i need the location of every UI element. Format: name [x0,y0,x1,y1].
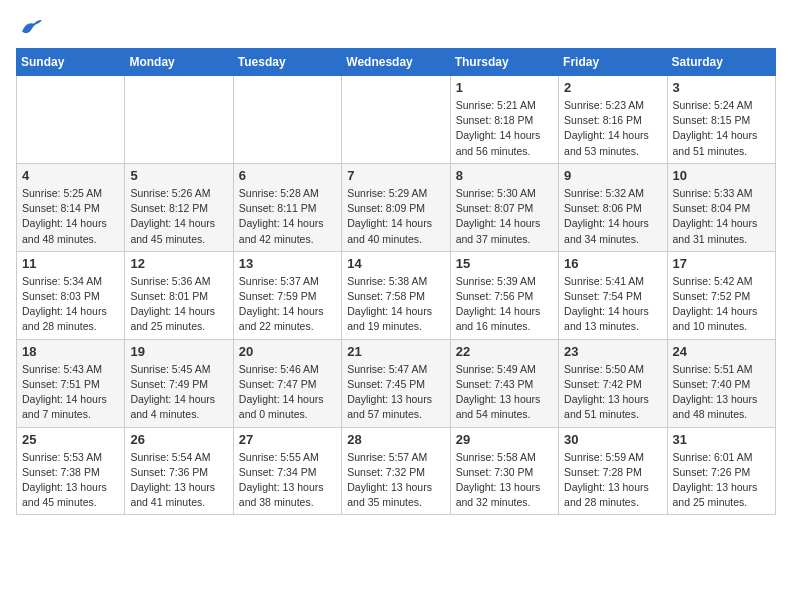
calendar-cell: 19Sunrise: 5:45 AM Sunset: 7:49 PM Dayli… [125,339,233,427]
cell-info-text: Sunrise: 5:30 AM Sunset: 8:07 PM Dayligh… [456,186,553,247]
weekday-header-wednesday: Wednesday [342,49,450,76]
cell-date-number: 16 [564,256,661,271]
weekday-header-sunday: Sunday [17,49,125,76]
calendar-cell: 7Sunrise: 5:29 AM Sunset: 8:09 PM Daylig… [342,163,450,251]
cell-date-number: 4 [22,168,119,183]
calendar-cell: 27Sunrise: 5:55 AM Sunset: 7:34 PM Dayli… [233,427,341,515]
cell-info-text: Sunrise: 5:59 AM Sunset: 7:28 PM Dayligh… [564,450,661,511]
calendar-cell: 15Sunrise: 5:39 AM Sunset: 7:56 PM Dayli… [450,251,558,339]
cell-info-text: Sunrise: 5:37 AM Sunset: 7:59 PM Dayligh… [239,274,336,335]
calendar-cell: 13Sunrise: 5:37 AM Sunset: 7:59 PM Dayli… [233,251,341,339]
cell-info-text: Sunrise: 5:23 AM Sunset: 8:16 PM Dayligh… [564,98,661,159]
cell-info-text: Sunrise: 5:49 AM Sunset: 7:43 PM Dayligh… [456,362,553,423]
cell-info-text: Sunrise: 5:41 AM Sunset: 7:54 PM Dayligh… [564,274,661,335]
cell-info-text: Sunrise: 5:32 AM Sunset: 8:06 PM Dayligh… [564,186,661,247]
cell-info-text: Sunrise: 5:53 AM Sunset: 7:38 PM Dayligh… [22,450,119,511]
calendar-cell [17,76,125,164]
cell-date-number: 26 [130,432,227,447]
calendar-cell: 1Sunrise: 5:21 AM Sunset: 8:18 PM Daylig… [450,76,558,164]
calendar-cell: 22Sunrise: 5:49 AM Sunset: 7:43 PM Dayli… [450,339,558,427]
cell-info-text: Sunrise: 5:58 AM Sunset: 7:30 PM Dayligh… [456,450,553,511]
calendar-cell: 18Sunrise: 5:43 AM Sunset: 7:51 PM Dayli… [17,339,125,427]
cell-date-number: 9 [564,168,661,183]
calendar-cell [342,76,450,164]
weekday-header-monday: Monday [125,49,233,76]
cell-date-number: 22 [456,344,553,359]
cell-info-text: Sunrise: 5:43 AM Sunset: 7:51 PM Dayligh… [22,362,119,423]
cell-date-number: 31 [673,432,770,447]
calendar-cell: 23Sunrise: 5:50 AM Sunset: 7:42 PM Dayli… [559,339,667,427]
cell-date-number: 8 [456,168,553,183]
calendar-cell: 26Sunrise: 5:54 AM Sunset: 7:36 PM Dayli… [125,427,233,515]
cell-info-text: Sunrise: 5:47 AM Sunset: 7:45 PM Dayligh… [347,362,444,423]
cell-info-text: Sunrise: 5:54 AM Sunset: 7:36 PM Dayligh… [130,450,227,511]
cell-date-number: 17 [673,256,770,271]
cell-info-text: Sunrise: 5:26 AM Sunset: 8:12 PM Dayligh… [130,186,227,247]
cell-info-text: Sunrise: 5:36 AM Sunset: 8:01 PM Dayligh… [130,274,227,335]
calendar-cell: 14Sunrise: 5:38 AM Sunset: 7:58 PM Dayli… [342,251,450,339]
calendar-cell: 11Sunrise: 5:34 AM Sunset: 8:03 PM Dayli… [17,251,125,339]
weekday-header-friday: Friday [559,49,667,76]
cell-info-text: Sunrise: 5:38 AM Sunset: 7:58 PM Dayligh… [347,274,444,335]
cell-info-text: Sunrise: 5:34 AM Sunset: 8:03 PM Dayligh… [22,274,119,335]
calendar-cell: 17Sunrise: 5:42 AM Sunset: 7:52 PM Dayli… [667,251,775,339]
page-header [16,16,776,36]
cell-info-text: Sunrise: 5:55 AM Sunset: 7:34 PM Dayligh… [239,450,336,511]
cell-info-text: Sunrise: 5:29 AM Sunset: 8:09 PM Dayligh… [347,186,444,247]
cell-info-text: Sunrise: 5:57 AM Sunset: 7:32 PM Dayligh… [347,450,444,511]
cell-info-text: Sunrise: 5:50 AM Sunset: 7:42 PM Dayligh… [564,362,661,423]
cell-date-number: 12 [130,256,227,271]
cell-info-text: Sunrise: 5:46 AM Sunset: 7:47 PM Dayligh… [239,362,336,423]
calendar-cell: 9Sunrise: 5:32 AM Sunset: 8:06 PM Daylig… [559,163,667,251]
calendar-cell: 24Sunrise: 5:51 AM Sunset: 7:40 PM Dayli… [667,339,775,427]
calendar-cell: 12Sunrise: 5:36 AM Sunset: 8:01 PM Dayli… [125,251,233,339]
calendar-week-2: 4Sunrise: 5:25 AM Sunset: 8:14 PM Daylig… [17,163,776,251]
cell-date-number: 2 [564,80,661,95]
weekday-header-row: SundayMondayTuesdayWednesdayThursdayFrid… [17,49,776,76]
calendar-week-1: 1Sunrise: 5:21 AM Sunset: 8:18 PM Daylig… [17,76,776,164]
cell-date-number: 3 [673,80,770,95]
calendar-week-5: 25Sunrise: 5:53 AM Sunset: 7:38 PM Dayli… [17,427,776,515]
calendar-cell: 31Sunrise: 6:01 AM Sunset: 7:26 PM Dayli… [667,427,775,515]
cell-date-number: 30 [564,432,661,447]
calendar-cell: 5Sunrise: 5:26 AM Sunset: 8:12 PM Daylig… [125,163,233,251]
cell-info-text: Sunrise: 5:51 AM Sunset: 7:40 PM Dayligh… [673,362,770,423]
calendar-cell: 4Sunrise: 5:25 AM Sunset: 8:14 PM Daylig… [17,163,125,251]
cell-date-number: 15 [456,256,553,271]
calendar-cell: 25Sunrise: 5:53 AM Sunset: 7:38 PM Dayli… [17,427,125,515]
cell-info-text: Sunrise: 5:24 AM Sunset: 8:15 PM Dayligh… [673,98,770,159]
cell-date-number: 14 [347,256,444,271]
cell-date-number: 25 [22,432,119,447]
calendar-table: SundayMondayTuesdayWednesdayThursdayFrid… [16,48,776,515]
weekday-header-tuesday: Tuesday [233,49,341,76]
cell-date-number: 19 [130,344,227,359]
cell-date-number: 20 [239,344,336,359]
cell-info-text: Sunrise: 6:01 AM Sunset: 7:26 PM Dayligh… [673,450,770,511]
calendar-cell: 20Sunrise: 5:46 AM Sunset: 7:47 PM Dayli… [233,339,341,427]
calendar-cell [233,76,341,164]
calendar-cell: 8Sunrise: 5:30 AM Sunset: 8:07 PM Daylig… [450,163,558,251]
cell-info-text: Sunrise: 5:42 AM Sunset: 7:52 PM Dayligh… [673,274,770,335]
cell-date-number: 21 [347,344,444,359]
cell-date-number: 5 [130,168,227,183]
logo-bird-icon [18,16,42,36]
calendar-cell: 2Sunrise: 5:23 AM Sunset: 8:16 PM Daylig… [559,76,667,164]
cell-info-text: Sunrise: 5:28 AM Sunset: 8:11 PM Dayligh… [239,186,336,247]
weekday-header-saturday: Saturday [667,49,775,76]
cell-date-number: 29 [456,432,553,447]
calendar-cell: 16Sunrise: 5:41 AM Sunset: 7:54 PM Dayli… [559,251,667,339]
cell-info-text: Sunrise: 5:21 AM Sunset: 8:18 PM Dayligh… [456,98,553,159]
calendar-cell [125,76,233,164]
cell-date-number: 7 [347,168,444,183]
cell-info-text: Sunrise: 5:33 AM Sunset: 8:04 PM Dayligh… [673,186,770,247]
logo [16,16,42,36]
calendar-week-3: 11Sunrise: 5:34 AM Sunset: 8:03 PM Dayli… [17,251,776,339]
calendar-cell: 21Sunrise: 5:47 AM Sunset: 7:45 PM Dayli… [342,339,450,427]
weekday-header-thursday: Thursday [450,49,558,76]
cell-date-number: 28 [347,432,444,447]
cell-date-number: 11 [22,256,119,271]
calendar-cell: 6Sunrise: 5:28 AM Sunset: 8:11 PM Daylig… [233,163,341,251]
cell-date-number: 27 [239,432,336,447]
cell-info-text: Sunrise: 5:25 AM Sunset: 8:14 PM Dayligh… [22,186,119,247]
cell-info-text: Sunrise: 5:45 AM Sunset: 7:49 PM Dayligh… [130,362,227,423]
